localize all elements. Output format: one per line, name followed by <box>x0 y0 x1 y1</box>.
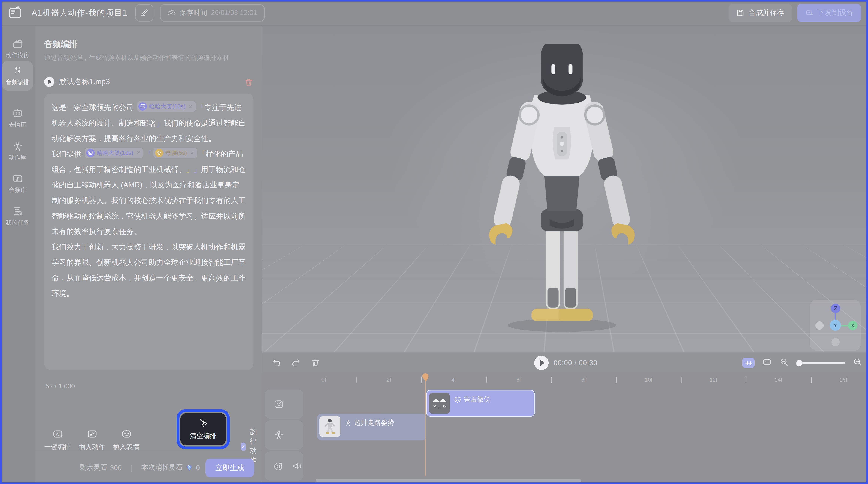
playhead-marker[interactable] <box>423 374 429 382</box>
expression-clip[interactable]: 害羞微笑 <box>426 390 535 417</box>
save-time-chip: 保存时间 26/01/03 12:01 <box>160 4 264 21</box>
tag-label: 哈哈大笑(10s) <box>149 101 186 111</box>
play-button[interactable] <box>534 356 549 370</box>
ruler-label: 4f <box>451 377 456 383</box>
ruler-tick <box>616 377 617 383</box>
timeline-area: 0f2f4f6f8f10f12f14f16f <box>262 372 868 484</box>
segment-bracket: 「 <box>145 150 152 158</box>
merge-save-button[interactable]: 合成并保存 <box>728 4 792 22</box>
tag-label: 哈哈大笑(10s) <box>97 148 133 157</box>
zoom-out-button[interactable] <box>779 357 789 369</box>
viewport-3d[interactable]: Z Y X <box>262 26 868 352</box>
person-icon <box>12 140 23 152</box>
action-track-header <box>265 420 304 450</box>
timeline-control-bar: 00:00 / 00:30 <box>262 352 868 372</box>
speaker-icon[interactable] <box>292 461 302 471</box>
segment-bracket: 「 <box>197 103 204 112</box>
walking-person-icon <box>344 419 351 426</box>
audio-play-button[interactable] <box>44 77 54 87</box>
expression-tag-icon <box>86 149 95 157</box>
timeline-scrollbar[interactable] <box>315 479 581 482</box>
expression-track-header <box>265 389 304 419</box>
floppy-save-icon <box>736 9 745 17</box>
playhead-line <box>425 381 426 476</box>
insert-expression-button[interactable]: 插入表情 <box>109 429 143 452</box>
sidebar-item-action-library[interactable]: 动作库 <box>2 136 33 166</box>
insert-expression-icon <box>121 429 131 439</box>
left-sidebar: 动作模仿 音频编排 表情库 动作库 <box>0 26 35 484</box>
gizmo-x-axis[interactable]: X <box>848 321 858 330</box>
sidebar-item-motion-mimic[interactable]: 动作模仿 <box>2 34 33 64</box>
action-tag[interactable]: 弯腰(5s)× <box>153 147 197 158</box>
deploy-to-device-button[interactable]: 下发到设备 <box>797 4 861 22</box>
char-count: 52 / 1,000 <box>45 382 75 390</box>
face-icon <box>274 399 284 409</box>
audio-disc-icon <box>274 461 284 471</box>
app-logo-icon <box>8 6 22 19</box>
tag-remove-icon[interactable]: × <box>189 101 192 111</box>
audio-file-row: 默认名称1.mp3 <box>44 75 253 89</box>
expression-clip-label: 害羞微笑 <box>454 395 491 404</box>
timeline-ruler[interactable]: 0f2f4f6f8f10f12f14f16f <box>262 372 868 388</box>
gizmo-neg-axis-dot[interactable] <box>815 321 824 329</box>
zoom-slider[interactable] <box>797 362 845 364</box>
gizmo-z-axis[interactable]: Z <box>831 304 840 313</box>
ruler-tick <box>746 377 746 383</box>
zoom-slider-knob[interactable] <box>796 360 802 366</box>
redo-button[interactable] <box>291 358 301 367</box>
svg-text:AI: AI <box>56 432 59 437</box>
save-time-label: 保存时间 <box>180 8 207 18</box>
gizmo-y-axis[interactable]: Y <box>830 320 841 331</box>
ruler-label: 6f <box>516 377 521 383</box>
gem-icon <box>186 464 193 472</box>
segment-bracket: 」 <box>156 119 163 127</box>
clear-broom-icon <box>198 418 208 427</box>
project-title: A1机器人动作-我的项目1 <box>32 7 127 18</box>
zoom-in-button[interactable] <box>853 357 862 369</box>
robot-model[interactable] <box>479 44 645 337</box>
sidebar-item-audio-arrange[interactable]: 音频编排 <box>2 61 33 91</box>
fit-view-button[interactable] <box>762 357 772 369</box>
ruler-tick <box>551 377 552 383</box>
sidebar-item-expression-library[interactable]: 表情库 <box>2 103 33 133</box>
cloud-check-icon <box>167 9 176 17</box>
one-key-arrange-button[interactable]: AI 一键编排 <box>40 429 75 452</box>
script-editor[interactable]: 这是一家全球领先的公司 哈哈大笑(10s)×「专注于先进机器人系统的设计、制造和… <box>44 94 253 370</box>
remaining-gems: 剩余灵石 300 <box>80 463 122 472</box>
expression-tag[interactable]: 哈哈大笑(10s)× <box>137 101 196 111</box>
ruler-label: 2f <box>386 377 391 383</box>
music-icon <box>12 173 23 184</box>
ruler-label: 0f <box>321 377 326 383</box>
ruler-tick <box>811 377 811 383</box>
rename-button[interactable] <box>135 4 153 21</box>
action-clip[interactable]: 超帅走路姿势 <box>317 414 426 440</box>
gizmo-x-line <box>841 325 848 326</box>
walk-pose-thumbnail <box>319 416 340 437</box>
segment-bracket: 」 <box>193 165 201 173</box>
checkbox-checked-icon[interactable]: ✓ <box>241 442 246 450</box>
insert-action-button[interactable]: 插入动作 <box>75 429 109 452</box>
delete-clip-button[interactable] <box>310 358 320 367</box>
audio-file-name: 默认名称1.mp3 <box>59 77 110 87</box>
tag-remove-icon[interactable]: × <box>136 148 140 157</box>
ruler-tick <box>681 377 682 383</box>
app-window: A1机器人动作-我的项目1 保存时间 26/01/03 12:01 合成并保存 <box>0 0 868 484</box>
sidebar-item-my-tasks[interactable]: 我的任务 <box>2 201 33 231</box>
audio-track-header <box>265 451 304 481</box>
clear-arrange-button[interactable]: 清空编排 <box>181 413 226 445</box>
delete-audio-icon[interactable] <box>244 77 253 87</box>
auto-fit-button[interactable] <box>742 358 754 368</box>
undo-button[interactable] <box>272 358 281 367</box>
expression-tag[interactable]: 哈哈大笑(10s)× <box>85 147 144 158</box>
clapperboard-icon <box>12 38 23 49</box>
task-list-icon <box>12 206 23 217</box>
sidebar-item-audio-library[interactable]: 音频库 <box>2 169 33 198</box>
ruler-label: 8f <box>581 377 586 383</box>
audio-arrange-panel: 音频编排 通过音频处理，生成音频素材以及融合动作和表情的音频编排素材 默认名称1… <box>35 26 262 484</box>
orientation-gizmo[interactable]: Z Y X <box>810 300 861 351</box>
expression-tag-icon <box>138 102 147 110</box>
tag-remove-icon[interactable]: × <box>190 148 194 157</box>
generate-now-button[interactable]: 立即生成 <box>206 458 254 477</box>
gizmo-neg-axis-dot[interactable] <box>831 338 840 346</box>
ruler-tick <box>421 377 422 383</box>
